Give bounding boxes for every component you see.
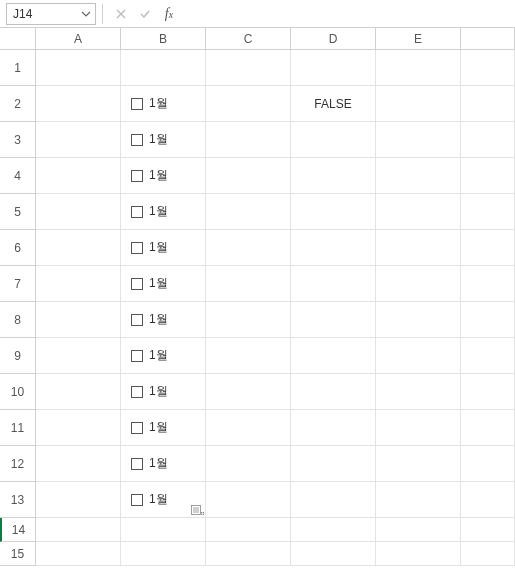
checkbox-control[interactable]: 1월	[131, 347, 168, 364]
cell-E7[interactable]	[376, 266, 461, 302]
cell-E12[interactable]	[376, 446, 461, 482]
cell-C8[interactable]	[206, 302, 291, 338]
cell-C3[interactable]	[206, 122, 291, 158]
cell-D12[interactable]	[291, 446, 376, 482]
cell-F10[interactable]	[461, 374, 515, 410]
name-box[interactable]: J14	[6, 3, 96, 25]
cell-B8[interactable]: 1월	[121, 302, 206, 338]
checkbox-control[interactable]: 1월	[131, 167, 168, 184]
cell-B15[interactable]	[121, 542, 206, 566]
checkbox-control[interactable]: 1월	[131, 203, 168, 220]
cell-E11[interactable]	[376, 410, 461, 446]
row-header-7[interactable]: 7	[0, 266, 36, 302]
insert-function-button[interactable]: fx	[159, 4, 179, 24]
column-header-F[interactable]	[461, 28, 515, 49]
checkbox-icon[interactable]	[131, 386, 143, 398]
cell-A3[interactable]	[36, 122, 121, 158]
checkbox-control[interactable]: 1월	[131, 419, 168, 436]
row-header-11[interactable]: 11	[0, 410, 36, 446]
cell-A15[interactable]	[36, 542, 121, 566]
cell-D2[interactable]: FALSE	[291, 86, 376, 122]
cell-D7[interactable]	[291, 266, 376, 302]
cancel-button[interactable]	[111, 4, 131, 24]
row-header-10[interactable]: 10	[0, 374, 36, 410]
row-header-2[interactable]: 2	[0, 86, 36, 122]
cell-B14[interactable]	[121, 518, 206, 542]
cell-B2[interactable]: 1월	[121, 86, 206, 122]
checkbox-control[interactable]: 1월	[131, 311, 168, 328]
cell-E14[interactable]	[376, 518, 461, 542]
formula-input[interactable]	[179, 3, 515, 25]
cell-F12[interactable]	[461, 446, 515, 482]
cell-E2[interactable]	[376, 86, 461, 122]
checkbox-icon[interactable]	[131, 494, 143, 506]
column-header-D[interactable]: D	[291, 28, 376, 49]
cell-B3[interactable]: 1월	[121, 122, 206, 158]
row-header-12[interactable]: 12	[0, 446, 36, 482]
checkbox-icon[interactable]	[131, 170, 143, 182]
cell-B10[interactable]: 1월	[121, 374, 206, 410]
checkbox-icon[interactable]	[131, 422, 143, 434]
row-header-5[interactable]: 5	[0, 194, 36, 230]
checkbox-icon[interactable]	[131, 134, 143, 146]
cell-B1[interactable]	[121, 50, 206, 86]
cell-B9[interactable]: 1월	[121, 338, 206, 374]
checkbox-icon[interactable]	[131, 98, 143, 110]
select-all-corner[interactable]	[0, 28, 36, 49]
cell-B13[interactable]: 1월	[121, 482, 206, 518]
cell-D9[interactable]	[291, 338, 376, 374]
cell-D14[interactable]	[291, 518, 376, 542]
enter-button[interactable]	[135, 4, 155, 24]
row-header-1[interactable]: 1	[0, 50, 36, 86]
checkbox-control[interactable]: 1월	[131, 95, 168, 112]
checkbox-icon[interactable]	[131, 350, 143, 362]
cell-C10[interactable]	[206, 374, 291, 410]
cell-D13[interactable]	[291, 482, 376, 518]
cell-D6[interactable]	[291, 230, 376, 266]
row-header-4[interactable]: 4	[0, 158, 36, 194]
cell-F1[interactable]	[461, 50, 515, 86]
cell-F2[interactable]	[461, 86, 515, 122]
cell-A1[interactable]	[36, 50, 121, 86]
cell-E9[interactable]	[376, 338, 461, 374]
row-header-9[interactable]: 9	[0, 338, 36, 374]
row-header-13[interactable]: 13	[0, 482, 36, 518]
cell-F6[interactable]	[461, 230, 515, 266]
cell-F11[interactable]	[461, 410, 515, 446]
checkbox-icon[interactable]	[131, 206, 143, 218]
column-header-C[interactable]: C	[206, 28, 291, 49]
cell-A4[interactable]	[36, 158, 121, 194]
cell-E6[interactable]	[376, 230, 461, 266]
checkbox-control[interactable]: 1월	[131, 131, 168, 148]
cell-B5[interactable]: 1월	[121, 194, 206, 230]
cell-B7[interactable]: 1월	[121, 266, 206, 302]
cell-D10[interactable]	[291, 374, 376, 410]
row-header-6[interactable]: 6	[0, 230, 36, 266]
cell-C5[interactable]	[206, 194, 291, 230]
checkbox-icon[interactable]	[131, 242, 143, 254]
checkbox-icon[interactable]	[131, 314, 143, 326]
cell-B6[interactable]: 1월	[121, 230, 206, 266]
row-header-8[interactable]: 8	[0, 302, 36, 338]
checkbox-control[interactable]: 1월	[131, 455, 168, 472]
cell-A9[interactable]	[36, 338, 121, 374]
cell-A10[interactable]	[36, 374, 121, 410]
checkbox-control[interactable]: 1월	[131, 239, 168, 256]
cell-D1[interactable]	[291, 50, 376, 86]
cell-F7[interactable]	[461, 266, 515, 302]
cell-F4[interactable]	[461, 158, 515, 194]
cell-F5[interactable]	[461, 194, 515, 230]
cell-A13[interactable]	[36, 482, 121, 518]
row-header-14[interactable]: 14	[0, 518, 36, 542]
checkbox-icon[interactable]	[131, 458, 143, 470]
cell-C9[interactable]	[206, 338, 291, 374]
row-header-15[interactable]: 15	[0, 542, 36, 566]
cell-E4[interactable]	[376, 158, 461, 194]
cell-F14[interactable]	[461, 518, 515, 542]
cell-C11[interactable]	[206, 410, 291, 446]
column-header-A[interactable]: A	[36, 28, 121, 49]
cell-E1[interactable]	[376, 50, 461, 86]
cell-C1[interactable]	[206, 50, 291, 86]
cell-C2[interactable]	[206, 86, 291, 122]
checkbox-control[interactable]: 1월	[131, 491, 168, 508]
